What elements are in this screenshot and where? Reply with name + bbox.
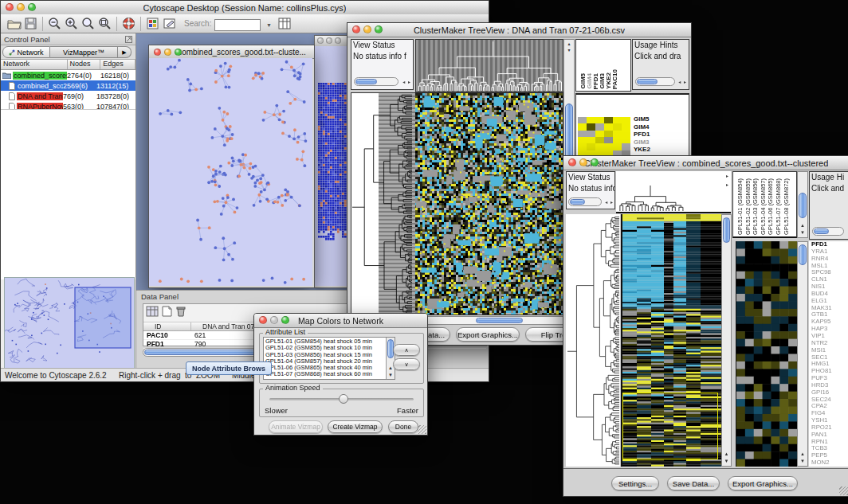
done-button[interactable]: Done <box>388 420 418 433</box>
tv1-hints-scroll-arrows[interactable]: ◂ ▸ <box>678 79 687 84</box>
delete-attribute-icon[interactable] <box>175 306 186 320</box>
zoom-cell[interactable] <box>578 143 587 150</box>
zoom-cell[interactable] <box>595 131 604 137</box>
zoom-cell[interactable] <box>604 117 613 123</box>
array-column-label[interactable]: GPL51-06 (GSM865) <box>767 178 774 235</box>
zoom-cell[interactable] <box>613 117 622 123</box>
attribute-list-scrollbar[interactable]: ▲▼ <box>386 338 395 379</box>
matrix-view-titlebar[interactable] <box>315 36 350 47</box>
zoom-cell[interactable] <box>604 143 613 150</box>
save-icon[interactable] <box>22 16 39 32</box>
dialog-titlebar[interactable]: Map Colors to Network <box>254 314 427 328</box>
resize-grip[interactable] <box>839 486 848 495</box>
matrix-view-canvas[interactable] <box>315 46 348 286</box>
close-button[interactable] <box>568 158 576 166</box>
zoom-cell[interactable] <box>613 131 622 137</box>
zoom-out-icon[interactable] <box>46 16 63 32</box>
zoom-in-icon[interactable] <box>63 16 80 32</box>
zoom-cell[interactable] <box>587 137 595 143</box>
tv1-column-dendrogram[interactable] <box>415 39 565 92</box>
tv2-pane-arrows[interactable]: ▸ ▸ <box>724 173 730 188</box>
column-header[interactable]: Edges <box>100 60 135 69</box>
zoom-cell[interactable] <box>587 123 595 130</box>
tv2-zoom-vscrollbar[interactable]: ▲▼ <box>797 241 808 467</box>
zoom-selected-icon[interactable] <box>80 16 96 32</box>
tv2-gene-list[interactable]: PFD1YRA1RNR4MSL1SPC98CLN1NIS1BUD4ELG1MAK… <box>809 241 848 467</box>
tv2-column-labels-panel[interactable]: GPL51-01 (GSM854)GPL51-02 (GSM855)GPL51-… <box>732 171 797 238</box>
close-button[interactable] <box>6 3 14 11</box>
treeview1-titlebar[interactable]: ClusterMaker TreeView : DNA and Tran 07-… <box>347 23 691 37</box>
search-dropdown-arrow[interactable]: ▼ <box>266 22 272 28</box>
tv2-zoom-heatmap-canvas[interactable] <box>736 241 797 467</box>
zoom-fit-icon[interactable] <box>96 16 113 32</box>
array-column-label[interactable]: GPL51-08 (GSM872) <box>783 178 790 235</box>
zoom-cell[interactable] <box>595 117 604 123</box>
zoom-cell[interactable] <box>587 117 595 123</box>
zoom-button[interactable] <box>175 49 182 56</box>
zoom-cell[interactable] <box>595 123 604 130</box>
new-attribute-icon[interactable] <box>162 306 172 320</box>
tv2-status-scroll-arrows[interactable]: ◂ ▸ <box>605 199 614 205</box>
array-column-label[interactable]: GPL51-01 (GSM854) <box>736 178 744 235</box>
attribute-listbox[interactable]: GPL51-01 (GSM854) heat shock 05 minGPL51… <box>263 337 395 380</box>
zoom-cell[interactable] <box>622 123 630 130</box>
tv2-export-graphics-button[interactable]: Export Graphics... <box>728 476 798 490</box>
minimize-button[interactable] <box>270 316 278 324</box>
array-column-label[interactable]: GPL51-03 (GSM856) <box>752 178 759 235</box>
move-up-button[interactable]: ∧ <box>393 344 420 356</box>
minimize-button[interactable] <box>17 3 25 11</box>
zoom-cell[interactable] <box>604 131 613 137</box>
animate-vizmap-button[interactable]: Animate Vizmap <box>269 420 323 433</box>
zoom-cell[interactable] <box>613 143 622 150</box>
close-button[interactable] <box>352 25 360 33</box>
tv1-status-scrollbar[interactable] <box>354 77 398 86</box>
tv2-heatmap-canvas[interactable] <box>621 214 721 467</box>
zoom-cell[interactable] <box>622 143 630 150</box>
network-row[interactable]: DNA and Tran 07769(0)183728(0) <box>1 91 135 101</box>
minimize-button[interactable] <box>326 37 332 44</box>
tv1-hscrollbar[interactable] <box>416 316 574 325</box>
zoom-cell[interactable] <box>595 143 604 150</box>
tv1-status-scroll-arrows[interactable]: ◂ ▸ <box>402 79 411 84</box>
zoom-cell[interactable] <box>587 143 595 150</box>
gene-label[interactable]: MON2 <box>811 459 848 467</box>
gene-label[interactable]: PFD1 <box>634 131 688 139</box>
tv1-column-labels-panel[interactable]: GIM5GIM4PFD1GIM3YKE2PAC10 <box>575 39 631 92</box>
gene-label[interactable]: YKE2 <box>634 146 688 154</box>
zoom-cell[interactable] <box>613 123 622 130</box>
move-down-button[interactable]: ∨ <box>393 358 420 370</box>
attribute-browser-icon[interactable] <box>277 16 293 32</box>
zoom-button[interactable] <box>375 25 383 33</box>
tv2-row-dendrogram[interactable] <box>566 214 620 467</box>
matrix-view-window[interactable] <box>314 35 351 288</box>
treeview2-titlebar[interactable]: ClusterMaker TreeView : combined_scores_… <box>563 156 848 170</box>
column-header[interactable]: ID <box>143 322 191 330</box>
cytoscape-titlebar[interactable]: Cytoscape Desktop (Session Name: collins… <box>1 1 489 15</box>
tv1-row-dendrogram[interactable] <box>351 92 416 315</box>
zoom-button[interactable] <box>335 37 341 44</box>
create-vizmap-button[interactable]: Create Vizmap <box>328 420 383 433</box>
tab-overflow-arrow[interactable]: ▶ <box>118 46 132 58</box>
tv1-export-graphics-button[interactable]: Export Graphics... <box>456 327 520 342</box>
node-attribute-browser-tab[interactable]: Node Attribute Brows <box>186 361 272 375</box>
zoom-cell[interactable] <box>604 137 613 143</box>
zoom-cell[interactable] <box>595 137 604 143</box>
float-panel-icon[interactable] <box>125 32 132 46</box>
tv2-save-data-button[interactable]: Save Data... <box>667 476 720 490</box>
zoom-cell[interactable] <box>622 117 630 123</box>
zoom-button[interactable] <box>281 316 289 324</box>
slider-thumb[interactable] <box>339 394 348 404</box>
zoom-cell[interactable] <box>578 137 587 143</box>
tv1-heatmap-canvas[interactable] <box>415 92 563 315</box>
table-mode-icon[interactable] <box>146 306 159 320</box>
column-header[interactable]: Nodes <box>68 60 101 69</box>
close-button[interactable] <box>259 316 267 324</box>
network-view-window[interactable]: combined_scores_good.txt--cluste... <box>148 45 315 288</box>
birdseye-canvas[interactable] <box>5 278 132 366</box>
array-column-label[interactable]: GPL51-07 (GSM868) <box>775 178 782 235</box>
search-input[interactable] <box>214 19 261 31</box>
attribute-item[interactable]: GPL51-07 (GSM868) heat shock 60 min <box>265 371 393 377</box>
close-button[interactable] <box>154 49 161 56</box>
minimize-button[interactable] <box>579 158 587 166</box>
vizmapper-icon[interactable] <box>144 16 161 32</box>
